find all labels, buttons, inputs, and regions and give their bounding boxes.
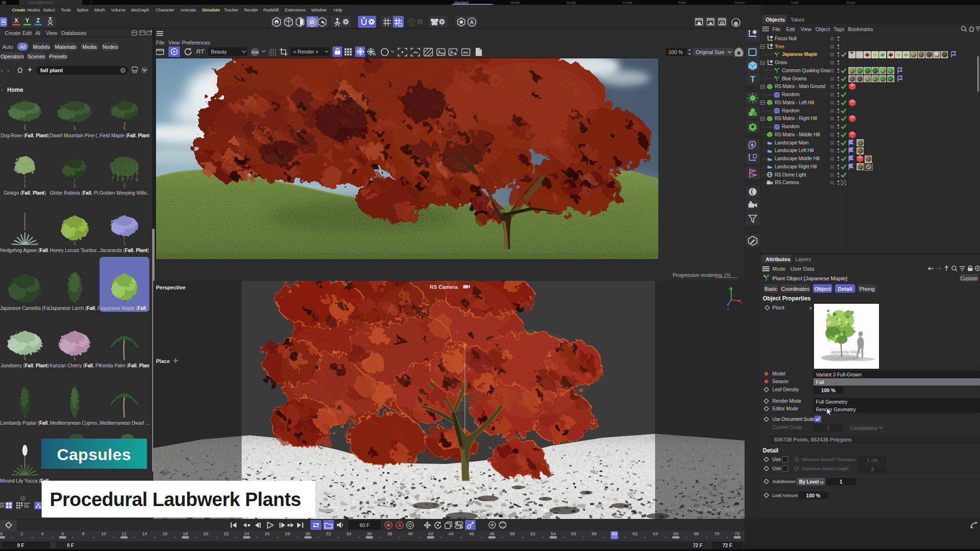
svg-text:A: A (398, 523, 401, 528)
svg-text:12: 12 (122, 531, 127, 536)
svg-text:2: 2 (21, 531, 23, 536)
svg-text:36: 36 (367, 531, 372, 536)
svg-text:40: 40 (408, 531, 413, 536)
svg-text:Place: Place (156, 358, 170, 364)
svg-text:70: 70 (714, 531, 720, 536)
svg-text:34: 34 (346, 531, 352, 536)
svg-text:Perspective: Perspective (156, 285, 186, 290)
svg-text:66: 66 (673, 531, 679, 536)
svg-text:6: 6 (61, 531, 64, 536)
svg-text:18: 18 (183, 531, 188, 536)
svg-text:52: 52 (530, 531, 535, 536)
svg-text:62: 62 (633, 531, 638, 536)
svg-text:32: 32 (326, 531, 331, 536)
svg-text:46: 46 (469, 531, 474, 536)
svg-text:14: 14 (142, 531, 147, 536)
svg-text:X: X (740, 301, 743, 306)
svg-text:Z: Z (727, 307, 729, 311)
svg-text:4: 4 (41, 531, 44, 536)
svg-text:30: 30 (305, 531, 311, 536)
svg-text:42: 42 (428, 531, 434, 536)
svg-text:60: 60 (612, 531, 617, 536)
svg-text:10: 10 (101, 531, 106, 536)
svg-text:Grid Spacing : 5000 cm: Grid Spacing : 5000 cm (693, 507, 743, 512)
svg-text:PV: PV (463, 51, 468, 55)
svg-text:20: 20 (203, 531, 209, 536)
svg-text:RS Camera: RS Camera (430, 284, 458, 290)
svg-text:0: 0 (0, 531, 2, 536)
svg-text:48: 48 (490, 531, 495, 536)
svg-text:A: A (470, 19, 474, 25)
svg-text:56: 56 (571, 531, 577, 536)
svg-text:Japanese Maple: Japanese Maple (831, 350, 862, 354)
svg-text:RGB: RGB (252, 51, 259, 54)
svg-text:28: 28 (285, 531, 290, 536)
svg-text:24: 24 (244, 531, 249, 536)
svg-text:38: 38 (387, 531, 392, 536)
svg-text:68: 68 (694, 531, 699, 536)
svg-text:T: T (750, 75, 756, 84)
svg-text:50: 50 (510, 531, 515, 536)
svg-text:16: 16 (162, 531, 167, 536)
svg-text:64: 64 (653, 531, 658, 536)
svg-text:72: 72 (735, 531, 740, 536)
svg-text:54: 54 (551, 531, 556, 536)
svg-text:(Acer palmatum): (Acer palmatum) (831, 356, 863, 361)
svg-text:44: 44 (448, 531, 454, 536)
svg-text:58: 58 (591, 531, 597, 536)
svg-text:8: 8 (82, 531, 84, 536)
svg-text:26: 26 (265, 531, 270, 536)
svg-text:22: 22 (224, 531, 229, 536)
svg-text:Y: Y (728, 287, 731, 291)
